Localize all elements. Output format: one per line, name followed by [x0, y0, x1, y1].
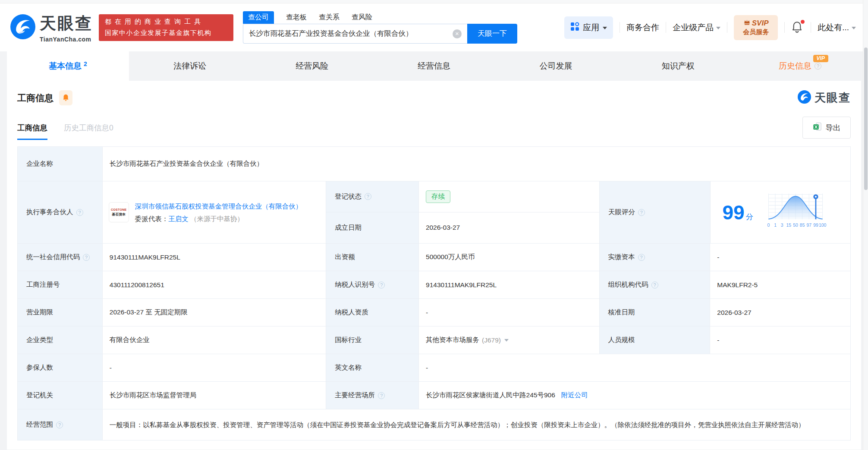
search-tab-risk[interactable]: 查风险 — [352, 11, 372, 24]
page: 天眼查 TianYanCha.com 都在用的商业查询工具 国家中小企业发展子基… — [0, 0, 868, 450]
registration-status-value: 存续 — [419, 181, 599, 212]
svip-sublabel: 会员服务 — [743, 28, 769, 36]
paid-capital-label: 实缴资本? — [600, 244, 711, 271]
svip-member-button[interactable]: SVIP 会员服务 — [734, 15, 778, 40]
table-row: 登记机关 长沙市雨花区市场监督管理局 主要经营场所? 长沙市雨花区侯家塘街道人民… — [18, 382, 850, 409]
subtab-bar: 工商信息 历史工商信息0 导出 — [17, 123, 851, 140]
reg-number-value: 430111200812651 — [103, 271, 326, 298]
establish-date-value: 2026-03-27 — [419, 212, 599, 244]
tab-history-info[interactable]: 历史信息 ? VIP — [739, 51, 861, 81]
business-scope-value: 一般项目：以私募基金从事股权投资、投资管理、资产管理等活动（须在中国证券投资基金… — [103, 409, 850, 440]
svg-text:100: 100 — [819, 223, 827, 228]
partner-company-link[interactable]: 深圳市领信基石股权投资基金管理合伙企业（有限合伙） — [135, 203, 302, 210]
registration-status-label: 登记状态? — [326, 181, 419, 212]
help-icon[interactable]: ? — [76, 209, 83, 216]
business-address-value: 长沙市雨花区侯家塘街道人民中路245号906 附近公司 — [419, 382, 850, 409]
crown-icon — [743, 19, 751, 28]
search-box: × 天眼一下 — [243, 24, 517, 44]
scrollbar-thumb[interactable] — [864, 48, 868, 190]
subscribe-bell-icon[interactable] — [59, 90, 72, 105]
tianyancha-logo-icon — [798, 90, 811, 105]
business-info-table: 企业名称 长沙市雨花基石产业投资基金合伙企业（有限合伙） 执行事务合伙人? CO… — [17, 146, 851, 440]
help-icon[interactable]: ? — [651, 282, 658, 288]
help-icon[interactable]: ? — [56, 421, 63, 428]
english-name-value: - — [419, 354, 850, 381]
search-tab-relation[interactable]: 查关系 — [319, 11, 340, 24]
tianyancha-logo-icon — [10, 14, 35, 41]
search-input[interactable] — [243, 24, 467, 44]
svg-text:0: 0 — [767, 223, 770, 228]
business-cooperation-link[interactable]: 商务合作 — [626, 22, 659, 33]
tab-basic-info[interactable]: 基本信息 2 — [7, 51, 129, 81]
tianyan-score-label: 天眼评分? — [600, 181, 711, 243]
reg-authority-label: 登记机关 — [18, 382, 103, 409]
tab-basic-info-badge: 2 — [84, 60, 87, 67]
tab-operation-info[interactable]: 经营信息 — [373, 51, 495, 81]
chevron-down-icon[interactable] — [504, 339, 509, 342]
insured-count-value: - — [103, 354, 326, 381]
help-icon[interactable]: ? — [638, 254, 645, 261]
subtab-history-business-info[interactable]: 历史工商信息0 — [64, 123, 113, 140]
industry-value[interactable]: 其他资本市场服务 (J679) — [419, 326, 600, 354]
company-type-value: 有限合伙企业 — [103, 326, 326, 354]
industry-label: 国标行业 — [326, 326, 419, 354]
svg-text:3: 3 — [780, 223, 783, 228]
company-type-label: 企业类型 — [18, 326, 103, 354]
svg-text:85: 85 — [800, 223, 805, 228]
brand-logo[interactable]: 天眼查 TianYanCha.com — [10, 13, 93, 43]
company-name-value: 长沙市雨花基石产业投资基金合伙企业（有限合伙） — [103, 147, 850, 181]
score-number: 99 — [723, 201, 745, 224]
user-menu[interactable]: 此处有... — [818, 22, 856, 33]
tab-company-development[interactable]: 公司发展 — [495, 51, 617, 81]
enterprise-products-link[interactable]: 企业级产品 — [673, 22, 720, 33]
tab-legal-litigation[interactable]: 法律诉讼 — [129, 51, 251, 81]
tab-intellectual-property[interactable]: 知识产权 — [617, 51, 739, 81]
apps-label: 应用 — [583, 22, 599, 33]
svg-text:1: 1 — [774, 223, 777, 228]
staff-size-value: - — [710, 326, 850, 354]
taxpayer-id-value: 91430111MAK9LFR25L — [419, 271, 600, 298]
export-button[interactable]: 导出 — [802, 117, 851, 139]
industry-code: (J679) — [482, 336, 501, 344]
help-icon[interactable]: ? — [638, 209, 645, 216]
help-icon[interactable]: ? — [365, 193, 371, 200]
apps-button[interactable]: 应用 — [564, 16, 613, 39]
notification-dot — [801, 20, 805, 24]
business-term-label: 营业期限 — [18, 299, 103, 326]
brand-name: 天眼查 — [40, 13, 93, 35]
tianyan-score-value: 99分 — [711, 181, 851, 243]
slogan-line2: 国家中小企业发展子基金旗下机构 — [105, 29, 227, 37]
business-address-label: 主要经营场所? — [326, 382, 419, 409]
subtab-business-info[interactable]: 工商信息 — [17, 123, 47, 140]
business-scope-label: 经营范围? — [18, 409, 103, 440]
tab-operation-risk[interactable]: 经营风险 — [251, 51, 373, 81]
notification-bell-icon[interactable] — [791, 21, 804, 35]
search-tab-company[interactable]: 查公司 — [243, 11, 274, 24]
help-icon[interactable]: ? — [378, 392, 385, 399]
main-tab-bar: 基本信息 2 法律诉讼 经营风险 经营信息 公司发展 知识产权 历史信息 ? V… — [0, 51, 868, 81]
clear-icon[interactable]: × — [453, 29, 462, 38]
reg-number-label: 工商注册号 — [18, 271, 103, 298]
help-icon[interactable]: ? — [378, 282, 385, 288]
managing-partner-value: COSTONE 基石资本 深圳市领信基石股权投资基金管理合伙企业（有限合伙） 委… — [103, 181, 326, 243]
section-title: 工商信息 — [17, 92, 53, 104]
table-row: 统一社会信用代码? 91430111MAK9LFR25L 出资额 500000万… — [18, 244, 850, 271]
search-tab-boss[interactable]: 查老板 — [286, 11, 307, 24]
org-code-value: MAK9LFR2-5 — [710, 271, 850, 298]
table-row: 企业名称 长沙市雨花基石产业投资基金合伙企业（有限合伙） — [18, 147, 850, 181]
table-row: 执行事务合伙人? COSTONE 基石资本 深圳市领信基石股权投资基金管理合伙企… — [18, 181, 850, 244]
search-button[interactable]: 天眼一下 — [467, 24, 517, 44]
representative-link[interactable]: 王启文 — [168, 215, 189, 222]
address-text: 长沙市雨花区侯家塘街道人民中路245号906 — [426, 391, 555, 400]
scrollbar — [863, 0, 868, 450]
watermark: 天眼查 — [798, 90, 851, 105]
excel-icon — [813, 122, 822, 133]
vip-badge: VIP — [813, 55, 828, 62]
managing-partner-label: 执行事务合伙人? — [18, 181, 103, 243]
tab-history-info-label: 历史信息 — [779, 60, 811, 72]
industry-name: 其他资本市场服务 — [426, 336, 479, 345]
help-icon[interactable]: ? — [815, 63, 821, 70]
help-icon[interactable]: ? — [83, 254, 90, 261]
slogan-banner: 都在用的商业查询工具 国家中小企业发展子基金旗下机构 — [99, 14, 233, 41]
nearby-companies-link[interactable]: 附近公司 — [561, 391, 588, 400]
